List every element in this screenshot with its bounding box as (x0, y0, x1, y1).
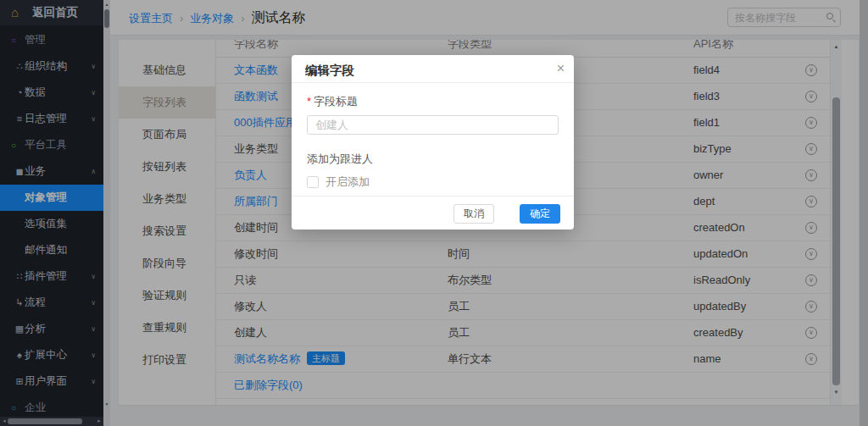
close-icon[interactable]: × (557, 60, 565, 77)
required-mark: * (307, 95, 311, 108)
field-title-label: *字段标题 (307, 94, 559, 109)
modal-body: *字段标题 添加为跟进人 开启添加 (292, 83, 574, 190)
screen: ⌂ 返回首页 ○管理∴组织结构∨◔数据∨≡日志管理∨○平台工具◼业务∧对象管理选… (0, 0, 868, 426)
cancel-button[interactable]: 取消 (453, 204, 494, 224)
edit-field-modal: 编辑字段 × *字段标题 添加为跟进人 开启添加 取消 确定 (292, 55, 574, 230)
modal-header: 编辑字段 × (292, 55, 574, 83)
confirm-button[interactable]: 确定 (520, 204, 560, 224)
checkbox-icon[interactable] (307, 176, 319, 188)
field-title-input[interactable] (307, 115, 559, 135)
enable-add-checkbox-row[interactable]: 开启添加 (307, 174, 559, 190)
enable-add-label: 开启添加 (326, 174, 370, 190)
add-follower-label: 添加为跟进人 (307, 152, 559, 167)
modal-footer: 取消 确定 (292, 196, 574, 230)
modal-title: 编辑字段 (305, 63, 354, 79)
